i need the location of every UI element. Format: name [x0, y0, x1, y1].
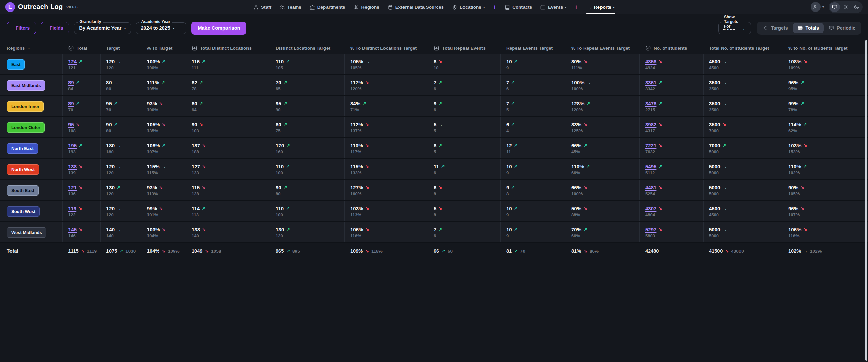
- metric-value-link[interactable]: 89: [68, 101, 74, 106]
- metric-cell: 170↗160: [270, 138, 345, 158]
- theme-dark-button[interactable]: [851, 2, 862, 12]
- previous-value: 65: [276, 86, 344, 91]
- user-menu-button[interactable]: ▾: [811, 2, 824, 12]
- previous-value: 146: [68, 233, 100, 238]
- view-periodic-button[interactable]: Periodic: [824, 23, 860, 33]
- metric-value-link[interactable]: 4858: [645, 59, 656, 64]
- trend-down-icon: ↘: [658, 185, 662, 190]
- trend-up-icon: ↗: [79, 59, 82, 64]
- region-badge[interactable]: London Outer: [7, 122, 45, 133]
- region-badge[interactable]: East Midlands: [7, 80, 45, 91]
- total-metric-cell: 41500↘43000: [704, 248, 783, 254]
- metric-cell: 89↗70: [63, 96, 101, 116]
- previous-value: 4500: [709, 65, 783, 70]
- theme-light-button[interactable]: [841, 2, 851, 12]
- make-comparison-button[interactable]: Make Comparison: [191, 22, 246, 35]
- nav-item-reports[interactable]: Reports▾: [586, 0, 615, 14]
- region-badge[interactable]: South West: [7, 206, 40, 217]
- metric-value-link[interactable]: 7221: [645, 143, 656, 148]
- metric-value-link[interactable]: 3982: [645, 122, 656, 127]
- metric-value-link[interactable]: 5297: [645, 227, 656, 232]
- table-row-east: East124↗121120→120103%↗100%116↗111110↗10…: [0, 54, 868, 75]
- metric-cell: 115↘128: [186, 180, 270, 200]
- column-chart-icon[interactable]: [192, 45, 197, 51]
- column-chart-icon[interactable]: [68, 45, 74, 51]
- metric-value-link[interactable]: 145: [68, 227, 77, 232]
- region-badge[interactable]: South East: [7, 185, 39, 196]
- nav-add-button[interactable]: +: [574, 4, 578, 10]
- theme-system-button[interactable]: [830, 2, 840, 12]
- theme-switcher: [829, 1, 863, 13]
- column-header-regions[interactable]: Regions⌄: [0, 46, 63, 51]
- view-targets-button[interactable]: Targets: [758, 23, 792, 33]
- granularity-select[interactable]: Granularity By Academic Year▾: [74, 22, 131, 34]
- metric-value-link[interactable]: 124: [68, 59, 77, 64]
- academic-year-select[interactable]: Academic Year 2024 to 2025▾: [136, 22, 186, 34]
- total-previous-value: 1058: [211, 249, 221, 254]
- region-badge[interactable]: North West: [7, 164, 39, 175]
- metric-value: 130: [106, 185, 115, 190]
- nav-item-teams[interactable]: Teams: [279, 0, 301, 14]
- metric-value: 120: [106, 206, 115, 211]
- previous-value: 4924: [645, 65, 703, 70]
- region-badge[interactable]: East: [7, 59, 25, 70]
- region-cell: West Midlands: [0, 222, 63, 242]
- filters-button[interactable]: Filters: [7, 22, 36, 34]
- trend-flat-icon: →: [117, 227, 121, 232]
- metric-value: 90: [276, 185, 281, 190]
- metric-value: 105%: [350, 59, 363, 64]
- nav-item-staff[interactable]: Staff: [253, 0, 271, 14]
- region-badge[interactable]: London Inner: [7, 101, 44, 112]
- target-icon: [763, 25, 768, 31]
- metric-value-link[interactable]: 95: [68, 122, 74, 127]
- nav-item-regions[interactable]: Regions: [353, 0, 379, 14]
- nav-item-departments[interactable]: Departments: [310, 0, 346, 14]
- metric-value-link[interactable]: 119: [68, 206, 76, 211]
- table-row-south-west: South West119↘122120→12099%↘101%114↗1131…: [0, 201, 868, 222]
- previous-value: 100%: [571, 86, 639, 91]
- trend-up-icon: ↗: [114, 122, 118, 127]
- nav-item-locations[interactable]: Locations▾: [452, 0, 485, 14]
- metric-value-link[interactable]: 3361: [645, 80, 656, 85]
- avatar[interactable]: [811, 2, 821, 12]
- nav-item-events[interactable]: Events▾: [540, 0, 566, 14]
- nav-add-button[interactable]: +: [493, 4, 497, 10]
- metric-value-link[interactable]: 89: [68, 80, 74, 85]
- previous-value: 140: [192, 233, 270, 238]
- trend-down-icon: ↘: [658, 143, 662, 148]
- metric-value: 3500: [709, 80, 720, 85]
- previous-value: 8: [434, 212, 500, 217]
- metric-cell: 127%↘160%: [345, 180, 428, 200]
- metric-value-link[interactable]: 4481: [645, 185, 656, 190]
- previous-value: 10: [434, 65, 500, 70]
- previous-value: 111%: [571, 65, 639, 70]
- metric-value-link[interactable]: 138: [68, 164, 77, 169]
- trend-up-icon: ↗: [514, 227, 518, 232]
- show-targets-for-select[interactable]: Show Targets For 24/25▾: [718, 22, 751, 34]
- trend-flat-icon: →: [117, 59, 121, 64]
- column-header-total-distinct-locations: Total Distinct Locations: [186, 45, 270, 51]
- trend-down-icon: ↘: [159, 206, 163, 211]
- trend-up-icon: ↗: [514, 164, 518, 169]
- trend-down-icon: ↘: [803, 143, 807, 148]
- previous-value: 115%: [147, 170, 186, 175]
- metric-value: 7: [506, 101, 509, 106]
- metric-value-link[interactable]: 5495: [645, 164, 656, 169]
- metric-value-link[interactable]: 121: [68, 185, 77, 190]
- nav-item-contacts[interactable]: Contacts: [505, 0, 532, 14]
- metric-value: 117%: [350, 80, 363, 85]
- column-chart-icon[interactable]: [434, 45, 439, 51]
- metric-value: 5: [434, 122, 436, 127]
- metric-value: 93%: [147, 185, 157, 190]
- fields-button[interactable]: Fields: [41, 22, 69, 34]
- vertical-scrollbar[interactable]: [865, 40, 867, 361]
- column-chart-icon[interactable]: [645, 45, 651, 51]
- metric-value-link[interactable]: 195: [68, 143, 77, 148]
- nav-item-external-data-sources[interactable]: External Data Sources: [388, 0, 444, 14]
- previous-value: 80: [106, 86, 141, 91]
- metric-value-link[interactable]: 4307: [645, 206, 656, 211]
- region-badge[interactable]: West Midlands: [7, 227, 46, 238]
- view-totals-button[interactable]: Totals: [793, 23, 824, 33]
- region-badge[interactable]: North East: [7, 143, 38, 154]
- metric-value-link[interactable]: 3478: [645, 101, 656, 106]
